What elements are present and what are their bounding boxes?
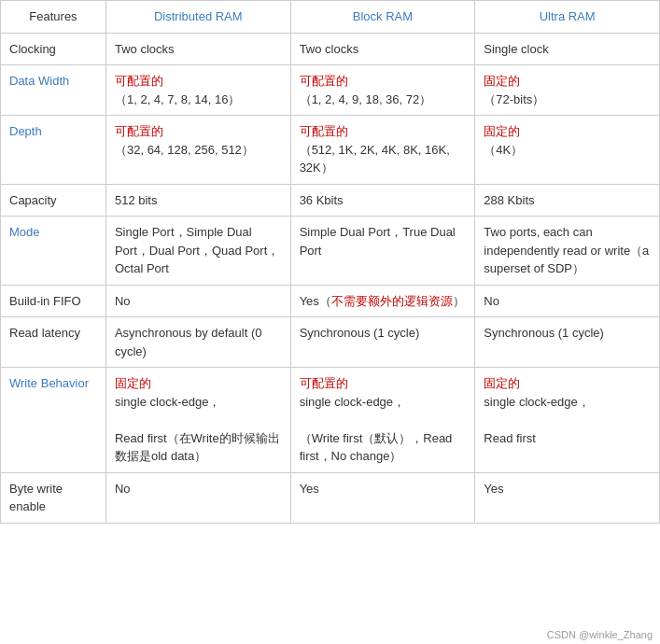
- table-row: Byte write enableNoYesYes: [1, 472, 660, 523]
- block-cell: 可配置的（1, 2, 4, 9, 18, 36, 72）: [290, 65, 475, 116]
- table-row: Depth可配置的（32, 64, 128, 256, 512）可配置的（512…: [1, 116, 660, 185]
- feature-cell: Build-in FIFO: [1, 285, 106, 317]
- ultra-cell: 固定的single clock-edge，Read first: [475, 368, 660, 473]
- distributed-cell: Two clocks: [105, 33, 290, 65]
- table-row: ModeSingle Port，Simple Dual Port，Dual Po…: [1, 217, 660, 286]
- distributed-cell: Single Port，Simple Dual Port，Dual Port，Q…: [105, 217, 290, 286]
- feature-cell: Data Width: [1, 65, 106, 116]
- feature-cell: Clocking: [1, 33, 106, 65]
- ultra-cell: 固定的（4K）: [475, 116, 660, 185]
- ultra-cell: No: [475, 285, 660, 317]
- feature-label: Write Behavior: [9, 376, 89, 390]
- distributed-cell: Asynchronous by default (0 cycle): [105, 317, 290, 368]
- feature-label: Depth: [9, 124, 42, 138]
- distributed-cell: 可配置的（32, 64, 128, 256, 512）: [105, 116, 290, 185]
- feature-cell: Byte write enable: [1, 472, 106, 523]
- feature-label: Data Width: [9, 74, 69, 88]
- watermark: CSDN @winkle_Zhang: [547, 629, 653, 640]
- ultra-cell: Two ports, each can independently read o…: [475, 217, 660, 286]
- distributed-cell: 可配置的（1, 2, 4, 7, 8, 14, 16）: [105, 65, 290, 116]
- header-row: Features Distributed RAM Block RAM Ultra…: [1, 1, 660, 34]
- feature-cell: Read latency: [1, 317, 106, 368]
- table-row: Write Behavior固定的single clock-edge，Read …: [1, 368, 660, 473]
- comparison-table: Features Distributed RAM Block RAM Ultra…: [0, 0, 660, 524]
- table-row: Build-in FIFONoYes（不需要额外的逻辑资源）No: [1, 285, 660, 317]
- col-header-features: Features: [1, 1, 106, 34]
- feature-cell: Capacity: [1, 184, 106, 217]
- ultra-cell: Single clock: [475, 33, 660, 65]
- block-cell: Synchronous (1 cycle): [290, 317, 475, 368]
- distributed-cell: 512 bits: [105, 184, 290, 217]
- ultra-cell: Yes: [475, 472, 660, 523]
- block-cell: 可配置的（512, 1K, 2K, 4K, 8K, 16K, 32K）: [290, 116, 475, 185]
- ultra-cell: 固定的（72-bits）: [475, 65, 660, 116]
- col-header-distributed: Distributed RAM: [105, 1, 290, 34]
- block-cell: Two clocks: [290, 33, 475, 65]
- comparison-table-container: Features Distributed RAM Block RAM Ultra…: [0, 0, 660, 644]
- ultra-cell: 288 Kbits: [475, 184, 660, 217]
- table-row: ClockingTwo clocksTwo clocksSingle clock: [1, 33, 660, 65]
- distributed-cell: No: [105, 285, 290, 317]
- ultra-cell: Synchronous (1 cycle): [475, 317, 660, 368]
- block-cell: 可配置的single clock-edge，（Write first（默认），R…: [290, 368, 475, 473]
- col-header-block: Block RAM: [290, 1, 475, 34]
- table-row: Read latencyAsynchronous by default (0 c…: [1, 317, 660, 368]
- block-cell: 36 Kbits: [290, 184, 475, 217]
- distributed-cell: No: [105, 472, 290, 523]
- feature-cell: Depth: [1, 116, 106, 185]
- feature-cell: Write Behavior: [1, 368, 106, 473]
- table-row: Capacity512 bits36 Kbits288 Kbits: [1, 184, 660, 217]
- feature-cell: Mode: [1, 217, 106, 286]
- block-cell: Yes: [290, 472, 475, 523]
- col-header-ultra: Ultra RAM: [475, 1, 660, 34]
- table-row: Data Width可配置的（1, 2, 4, 7, 8, 14, 16）可配置…: [1, 65, 660, 116]
- block-cell: Yes（不需要额外的逻辑资源）: [290, 285, 475, 317]
- feature-label: Mode: [9, 225, 40, 239]
- distributed-cell: 固定的single clock-edge，Read first（在Write的时…: [105, 368, 290, 473]
- block-cell: Simple Dual Port，True Dual Port: [290, 217, 475, 286]
